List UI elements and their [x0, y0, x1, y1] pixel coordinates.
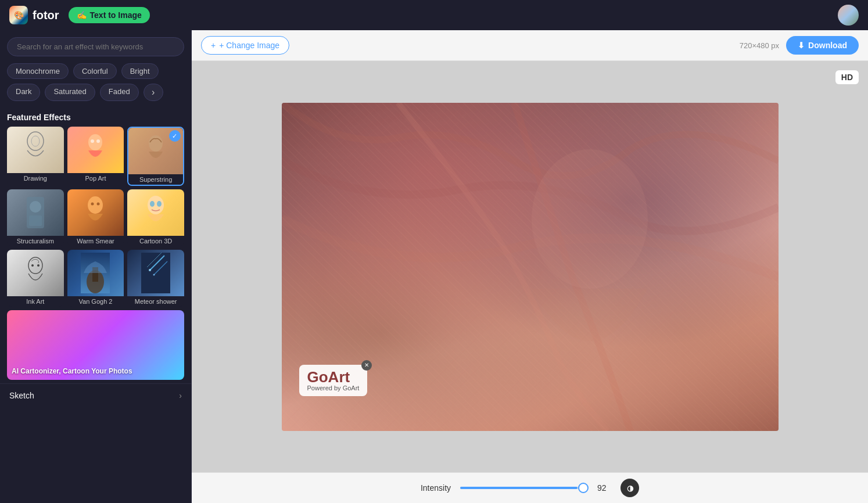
effect-label-structuralism: Structuralism	[7, 236, 64, 246]
compare-button[interactable]: ◑	[620, 479, 639, 497]
watermark: ✕ GoArt Powered by GoArt	[299, 365, 368, 396]
compare-icon: ◑	[627, 484, 633, 493]
canvas-toolbar: + + Change Image 720×480 px ⬇ Download	[192, 30, 868, 61]
sketch-label: Sketch	[9, 391, 34, 400]
effect-superstring[interactable]: ✓ Superstring	[127, 127, 184, 186]
user-avatar[interactable]	[838, 5, 859, 26]
svg-point-24	[532, 149, 648, 289]
search-input[interactable]	[7, 37, 184, 56]
watermark-subtitle: Powered by GoArt	[307, 385, 360, 391]
svg-point-16	[31, 264, 34, 267]
effect-thumb-warm	[67, 189, 124, 236]
sidebar: Monochrome Colorful Bright Dark Saturate…	[0, 30, 192, 503]
effect-meteor-shower[interactable]: Meteor shower	[127, 250, 184, 307]
effect-cartoon-3d[interactable]: Cartoon 3D	[127, 189, 184, 246]
vangogh-thumb-visual	[67, 250, 124, 296]
effect-ink-art[interactable]: Ink Art	[7, 250, 64, 307]
svg-point-13	[150, 201, 155, 207]
logo-icon: 🎨	[9, 6, 28, 24]
effect-label-cartoon-3d: Cartoon 3D	[127, 236, 184, 246]
effects-grid: Drawing Pop Art	[0, 127, 191, 307]
svg-point-7	[30, 201, 41, 213]
svg-point-12	[148, 196, 164, 214]
effect-van-gogh-2[interactable]: Van Gogh 2	[67, 250, 124, 307]
effect-thumb-cartoon3d	[127, 189, 184, 236]
effect-thumb-drawing	[7, 127, 64, 173]
effect-warm-smear[interactable]: Warm Smear	[67, 189, 124, 246]
effect-label-van-gogh-2: Van Gogh 2	[67, 296, 124, 307]
effect-thumb-meteor	[127, 250, 184, 296]
topnav: 🎨 fotor ✍️ Text to Image	[0, 0, 868, 30]
text-to-image-icon: ✍️	[77, 10, 87, 20]
main-canvas: ✕ GoArt Powered by GoArt	[282, 103, 779, 431]
svg-rect-8	[29, 215, 42, 226]
canvas-area: + + Change Image 720×480 px ⬇ Download H…	[192, 30, 868, 503]
sketch-chevron-icon: ›	[179, 391, 182, 400]
slider-fill	[460, 487, 578, 489]
logo-text: fotor	[33, 9, 59, 22]
download-icon: ⬇	[798, 41, 805, 50]
intensity-value: 92	[597, 483, 611, 493]
effect-label-warm-smear: Warm Smear	[67, 236, 124, 246]
drawing-thumb-visual	[7, 127, 64, 173]
svg-point-22	[149, 269, 151, 271]
ai-cartoonizer-banner[interactable]: AI Cartoonizer, Cartoon Your Photos	[7, 310, 184, 380]
effect-drawing[interactable]: Drawing	[7, 127, 64, 186]
text-to-image-button[interactable]: ✍️ Text to Image	[69, 7, 150, 23]
effect-thumb-structuralism	[7, 189, 64, 236]
banner-background: AI Cartoonizer, Cartoon Your Photos	[7, 310, 184, 380]
svg-point-15	[28, 257, 42, 274]
effect-structuralism[interactable]: Structuralism	[7, 189, 64, 246]
sketch-row[interactable]: Sketch ›	[0, 383, 191, 407]
tag-monochrome[interactable]: Monochrome	[7, 63, 69, 79]
dimension-display: 720×480 px	[740, 41, 779, 50]
effect-label-meteor-shower: Meteor shower	[127, 296, 184, 307]
svg-point-14	[157, 201, 162, 207]
download-button[interactable]: ⬇ Download	[786, 36, 859, 55]
plus-icon: +	[211, 41, 216, 50]
effect-label-ink-art: Ink Art	[7, 296, 64, 307]
effect-label-superstring: Superstring	[128, 174, 183, 185]
svg-point-23	[153, 274, 155, 276]
svg-point-11	[97, 203, 100, 206]
intensity-bar: Intensity 92 ◑	[192, 472, 868, 503]
pop-thumb-visual	[67, 127, 124, 173]
struct-thumb-visual	[7, 189, 64, 236]
svg-point-1	[31, 136, 40, 146]
tag-colorful[interactable]: Colorful	[73, 63, 117, 79]
intensity-label: Intensity	[421, 483, 451, 493]
effect-pop-art[interactable]: Pop Art	[67, 127, 124, 186]
tag-dark[interactable]: Dark	[7, 84, 40, 101]
svg-point-0	[27, 132, 44, 150]
change-image-button[interactable]: + + Change Image	[201, 36, 289, 55]
tag-bright[interactable]: Bright	[121, 63, 159, 79]
effect-label-drawing: Drawing	[7, 173, 64, 184]
effect-thumb-pop	[67, 127, 124, 173]
svg-point-3	[91, 139, 94, 143]
tag-more-button[interactable]: ›	[144, 84, 163, 101]
change-image-label: + Change Image	[219, 41, 279, 50]
close-watermark-button[interactable]: ✕	[361, 360, 372, 371]
filter-tags: Monochrome Colorful Bright Dark Saturate…	[0, 61, 191, 106]
main-layout: Monochrome Colorful Bright Dark Saturate…	[0, 30, 868, 503]
watermark-title: GoArt	[307, 369, 360, 385]
svg-point-4	[96, 139, 100, 143]
effect-thumb-inkart	[7, 250, 64, 296]
effect-thumb-vangogh	[67, 250, 124, 296]
slider-track[interactable]	[460, 487, 588, 489]
slider-thumb[interactable]	[578, 483, 589, 493]
toolbar-right: 720×480 px ⬇ Download	[740, 36, 859, 55]
intensity-slider-container[interactable]	[460, 487, 588, 489]
meteor-thumb-visual	[127, 250, 184, 296]
cartoon3d-thumb-visual	[127, 189, 184, 236]
tag-faded[interactable]: Faded	[100, 84, 139, 101]
hd-badge[interactable]: HD	[835, 70, 859, 84]
svg-point-9	[88, 196, 103, 214]
tag-saturated[interactable]: Saturated	[45, 84, 95, 101]
text-to-image-label: Text to Image	[90, 10, 142, 20]
svg-point-10	[91, 203, 94, 206]
banner-text: AI Cartoonizer, Cartoon Your Photos	[12, 367, 132, 375]
inkart-thumb-visual	[7, 250, 64, 296]
logo-area: 🎨 fotor	[9, 6, 59, 24]
featured-effects-title: Featured Effects	[0, 106, 191, 127]
